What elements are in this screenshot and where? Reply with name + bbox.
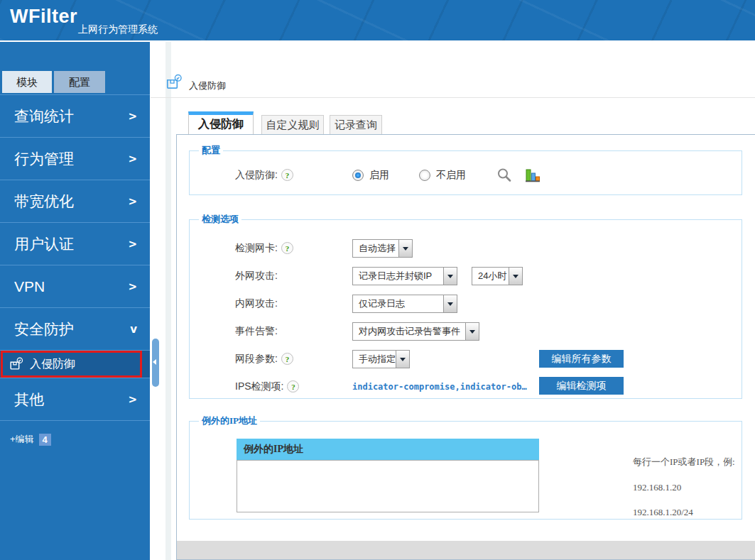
hint-example: 192.168.1.20 <box>633 482 735 493</box>
lan-attack-label: 内网攻击: <box>235 297 278 310</box>
box-check-icon <box>165 73 183 94</box>
event-alert-row: 事件告警: 对内网攻击记录告警事件 <box>190 317 742 345</box>
chevron-right-icon: > <box>128 393 137 406</box>
sidebar-item-label: 用户认证 <box>14 234 74 254</box>
edit-all-params-button[interactable]: 编辑所有参数 <box>539 350 624 368</box>
search-icon[interactable] <box>496 167 513 184</box>
radio-disable-label[interactable]: 不启用 <box>436 169 466 182</box>
main-area: 入侵防御 入侵防御 自定义规则 记录查询 配置 入侵防御: ? <box>151 42 755 560</box>
exception-ip-table-header: 例外的IP地址 <box>237 439 539 460</box>
box-check-icon <box>9 356 24 372</box>
help-icon[interactable]: ? <box>287 380 299 392</box>
sidebar-item-vpn[interactable]: VPN > <box>0 265 150 308</box>
config-section: 配置 入侵防御: ? 启用 不启用 <box>189 144 742 195</box>
radio-enable-label[interactable]: 启用 <box>369 169 389 182</box>
edit-count-badge: 4 <box>39 434 51 446</box>
sidebar-item-other[interactable]: 其他 > <box>0 378 150 421</box>
nic-select[interactable]: 自动选择 <box>352 239 413 258</box>
chevron-right-icon: > <box>128 153 137 165</box>
hint-example: 192.168.1.20/24 <box>633 507 735 518</box>
exception-ip-section: 例外的IP地址 例外的IP地址 每行一个IP或者IP段，例: 192.168.1… <box>189 414 742 520</box>
event-alert-select[interactable]: 对内网攻击记录告警事件 <box>352 322 479 341</box>
bar-chart-icon[interactable] <box>524 167 541 184</box>
dropdown-arrow-icon <box>396 351 409 368</box>
wan-attack-label: 外网攻击: <box>235 270 278 282</box>
chevron-right-icon: > <box>128 280 137 293</box>
ips-items-label: IPS检测项: <box>235 380 283 393</box>
tab-log-query[interactable]: 记录查询 <box>330 115 382 135</box>
sidebar-item-label: VPN <box>14 278 45 295</box>
exception-ip-hints: 每行一个IP或者IP段，例: 192.168.1.20 192.168.1.20… <box>633 456 735 532</box>
sidebar-tab-modules[interactable]: 模块 <box>2 71 52 93</box>
sidebar-item-behavior-mgmt[interactable]: 行为管理 > <box>0 138 150 180</box>
nic-row: 检测网卡: ? 自动选择 <box>190 234 742 262</box>
ips-items-row: IPS检测项: ? indicator-compromise,indicator… <box>190 373 742 400</box>
radio-disable[interactable] <box>419 170 430 181</box>
segment-params-row: 网段参数: ? 手动指定 编辑所有参数 <box>190 345 742 373</box>
page-title: 入侵防御 <box>189 79 226 92</box>
sidebar-item-label: 查询统计 <box>14 106 74 126</box>
sidebar: 模块 配置 查询统计 > 行为管理 > 带宽优化 > 用户认证 > VPN > <box>0 42 150 560</box>
chevron-right-icon: > <box>128 195 137 208</box>
sidebar-item-user-auth[interactable]: 用户认证 > <box>0 223 150 265</box>
segment-params-label: 网段参数: <box>235 353 278 366</box>
sidebar-subitem-label: 入侵防御 <box>30 357 75 372</box>
sidebar-item-intrusion-defense[interactable]: 入侵防御 <box>0 351 150 378</box>
event-alert-label: 事件告警: <box>235 325 278 338</box>
wan-attack-select[interactable]: 记录日志并封锁IP <box>352 267 457 285</box>
dropdown-arrow-icon <box>443 295 457 312</box>
sidebar-item-label: 安全防护 <box>14 319 74 339</box>
sidebar-tab-config[interactable]: 配置 <box>54 71 105 93</box>
chevron-down-icon: v <box>130 323 137 336</box>
sidebar-edit-link[interactable]: +编辑 4 <box>10 433 150 446</box>
help-icon[interactable]: ? <box>281 169 293 181</box>
chevron-right-icon: > <box>128 110 137 123</box>
help-icon[interactable]: ? <box>281 242 293 254</box>
sidebar-item-label: 其他 <box>14 390 44 410</box>
intrusion-defense-label: 入侵防御: <box>235 169 278 182</box>
chevron-right-icon: > <box>128 238 137 251</box>
radio-enable[interactable] <box>352 170 364 181</box>
tab-custom-rules[interactable]: 自定义规则 <box>261 115 324 135</box>
app-subtitle: 上网行为管理系统 <box>78 23 158 36</box>
sidebar-tabs: 模块 配置 <box>2 71 150 93</box>
sidebar-item-label: 带宽优化 <box>14 192 74 212</box>
sidebar-item-label: 行为管理 <box>14 149 74 169</box>
wan-duration-select[interactable]: 24小时 <box>472 267 523 285</box>
hint-title: 每行一个IP或者IP段，例: <box>633 456 735 468</box>
config-legend: 配置 <box>199 144 223 157</box>
tab-panel: 配置 入侵防御: ? 启用 不启用 <box>176 134 755 560</box>
dropdown-arrow-icon <box>398 240 412 257</box>
tab-intrusion-defense[interactable]: 入侵防御 <box>188 111 254 135</box>
edit-label: +编辑 <box>10 433 34 446</box>
dropdown-arrow-icon <box>509 268 522 285</box>
sidebar-item-query-stats[interactable]: 查询统计 > <box>0 95 150 138</box>
app-window: WFilter 上网行为管理系统 模块 配置 查询统计 > 行为管理 > 带宽优… <box>0 0 755 560</box>
content-tabs: 入侵防御 自定义规则 记录查询 <box>188 111 382 135</box>
panel-footer-bar <box>177 541 755 559</box>
detect-options-section: 检测选项 检测网卡: ? 自动选择 <box>189 213 742 399</box>
collapse-arrow-icon <box>153 359 156 365</box>
app-logo: WFilter <box>10 6 77 28</box>
exception-ip-textarea[interactable] <box>237 460 539 512</box>
sidebar-menu: 查询统计 > 行为管理 > 带宽优化 > 用户认证 > VPN > 安全防护 v <box>0 94 150 421</box>
app-header: WFilter 上网行为管理系统 <box>0 0 755 40</box>
intrusion-defense-row: 入侵防御: ? 启用 不启用 <box>190 161 742 189</box>
sidebar-item-security[interactable]: 安全防护 v <box>0 308 150 351</box>
help-icon[interactable]: ? <box>281 353 293 365</box>
exception-ip-table: 例外的IP地址 <box>237 439 539 512</box>
wan-attack-row: 外网攻击: 记录日志并封锁IP 24小时 <box>190 262 742 290</box>
sidebar-collapse-handle[interactable] <box>152 339 159 387</box>
lan-attack-select[interactable]: 仅记录日志 <box>352 295 457 313</box>
lan-attack-row: 内网攻击: 仅记录日志 <box>190 290 742 317</box>
sidebar-item-bandwidth[interactable]: 带宽优化 > <box>0 180 150 223</box>
gutter-strip <box>165 42 171 560</box>
detect-options-legend: 检测选项 <box>199 213 241 226</box>
exception-ip-legend: 例外的IP地址 <box>199 414 260 427</box>
dropdown-arrow-icon <box>443 268 457 285</box>
edit-detect-items-button[interactable]: 编辑检测项 <box>539 377 624 395</box>
ips-items-value: indicator-compromise,indicator-ob… <box>352 382 527 392</box>
segment-params-select[interactable]: 手动指定 <box>352 350 410 368</box>
breadcrumb: 入侵防御 <box>151 42 755 98</box>
nic-label: 检测网卡: <box>235 242 278 255</box>
